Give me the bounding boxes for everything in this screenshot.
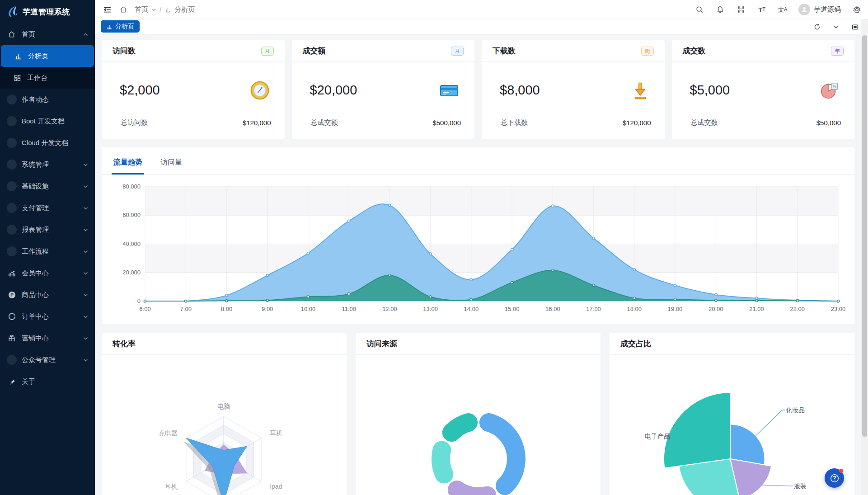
main-area: 首页 / 分析页 TT 文A 芋道源码 — [95, 0, 868, 495]
stat-footer-label: 总下载数 — [501, 118, 528, 127]
sidebar-item-系统管理[interactable]: 系统管理 — [0, 154, 95, 175]
scrollbar-thumb[interactable] — [862, 35, 867, 437]
stat-card-value: $5,000 — [690, 83, 730, 98]
stat-footer-label: 总成交数 — [691, 118, 718, 127]
svg-text:22:00: 22:00 — [790, 306, 805, 312]
svg-text:耳机: 耳机 — [165, 483, 178, 490]
bell-icon[interactable] — [715, 5, 725, 14]
refresh-icon[interactable] — [813, 23, 821, 31]
svg-text:16:00: 16:00 — [545, 306, 560, 312]
svg-text:60,000: 60,000 — [122, 212, 141, 218]
sidebar-item-Cloud 开发文档[interactable]: Cloud 开发文档 — [0, 132, 95, 154]
sidebar-item-商品中心[interactable]: P商品中心 — [0, 284, 95, 306]
maximize-icon[interactable] — [851, 23, 859, 31]
svg-text:19:00: 19:00 — [668, 306, 683, 312]
page-scrollbar[interactable] — [861, 19, 868, 495]
sidebar-item-订单中心[interactable]: 订单中心 — [0, 306, 95, 327]
sidebar-item-基础设施[interactable]: 基础设施 — [0, 175, 95, 197]
grid-icon — [12, 72, 23, 83]
sidebar-item-Boot 开发文档[interactable]: Boot 开发文档 — [0, 110, 95, 132]
svg-text:10:00: 10:00 — [301, 306, 316, 312]
stat-card-title: 访问数 — [113, 46, 136, 56]
svg-text:耳机: 耳机 — [270, 429, 282, 437]
sidebar-item-label: 系统管理 — [22, 160, 82, 169]
svg-text:11:00: 11:00 — [342, 306, 356, 312]
stat-card-header: 成交数年 — [672, 40, 855, 62]
sidebar-item-label: 关于 — [22, 377, 89, 386]
app-title: 芋道管理系统 — [23, 7, 70, 17]
sidebar-item-label: Boot 开发文档 — [22, 117, 89, 126]
user-menu[interactable]: 芋道源码 — [798, 4, 841, 15]
dim-dot — [6, 354, 17, 365]
stat-card-成交数: 成交数年$5,000%总成交数$50,000 — [672, 40, 855, 139]
stat-card-下载数: 下载数周$8,000总下载数$120,000 — [482, 40, 665, 139]
stat-card-badge: 月 — [451, 47, 464, 56]
sidebar-item-报表管理[interactable]: 报表管理 — [0, 219, 95, 240]
conversion-radar-chart: 电脑耳机Ipad手机耳机充电器 — [102, 355, 347, 495]
sidebar-item-支付管理[interactable]: 支付管理 — [0, 197, 95, 219]
svg-text:6:00: 6:00 — [139, 306, 150, 312]
stat-card-value: $8,000 — [500, 83, 540, 98]
sidebar-item-分析页[interactable]: 分析页 — [1, 45, 94, 67]
tab-analysis-page[interactable]: 分析页 — [101, 20, 140, 33]
sidebar-item-label: 支付管理 — [22, 204, 82, 212]
sidebar-item-工作台[interactable]: 工作台 — [0, 67, 95, 89]
sidebar-item-关于[interactable]: 关于 — [0, 371, 95, 392]
sidebar-menu: 首页分析页工作台作者动态Boot 开发文档Cloud 开发文档系统管理基础设施支… — [0, 24, 95, 392]
chevron-down-icon[interactable] — [832, 23, 840, 31]
dim-dot — [6, 246, 17, 257]
sidebar: 芋道管理系统 首页分析页工作台作者动态Boot 开发文档Cloud 开发文档系统… — [0, 0, 95, 495]
expand-icon[interactable] — [736, 5, 746, 14]
stat-card-body: $2,000 — [102, 62, 285, 118]
sidebar-item-营销中心[interactable]: 营销中心 — [0, 327, 95, 349]
sidebar-item-作者动态[interactable]: 作者动态 — [0, 89, 95, 110]
help-button[interactable] — [825, 468, 844, 488]
chevron-down-icon — [82, 335, 89, 341]
locale-icon[interactable]: 文A — [778, 5, 788, 14]
settings-icon[interactable] — [852, 5, 862, 14]
trend-tabs: 流量趋势 访问量 — [102, 147, 854, 175]
sidebar-item-首页[interactable]: 首页 — [0, 24, 95, 45]
home-icon — [6, 29, 17, 40]
sidebar-item-label: 首页 — [22, 30, 82, 39]
svg-text:20,000: 20,000 — [122, 269, 141, 276]
sidebar-item-label: 会员中心 — [22, 269, 82, 278]
sidebar-item-公众号管理[interactable]: 公众号管理 — [0, 349, 95, 371]
dolphin-logo-icon — [5, 5, 19, 19]
svg-text:40,000: 40,000 — [122, 240, 141, 247]
svg-text:P: P — [10, 292, 14, 297]
bar-chart-icon — [106, 24, 113, 30]
sidebar-item-label: 分析页 — [28, 52, 88, 61]
download-icon — [630, 80, 650, 101]
content-area: 访问数月$2,000总访问数$120,000成交额月$20,000总成交额$50… — [95, 35, 861, 495]
stat-footer-value: $120,000 — [623, 119, 651, 127]
question-icon — [829, 473, 840, 484]
sidebar-item-会员中心[interactable]: 会员中心 — [0, 262, 95, 284]
stat-footer-label: 总成交额 — [311, 118, 338, 127]
breadcrumb-page[interactable]: 分析页 — [174, 5, 195, 14]
menu-fold-icon[interactable] — [102, 5, 112, 14]
stat-footer-value: $50,000 — [816, 119, 841, 127]
tab-visits[interactable]: 访问量 — [160, 158, 182, 174]
font-size-icon[interactable]: TT — [757, 5, 767, 14]
chevron-down-icon — [151, 7, 156, 12]
stat-footer-value: $500,000 — [432, 119, 461, 127]
order-icon — [6, 311, 17, 322]
pie-chart-icon: % — [819, 80, 840, 101]
chevron-down-icon — [82, 184, 89, 189]
sidebar-item-工作流程[interactable]: 工作流程 — [0, 240, 95, 262]
member-icon — [6, 268, 17, 278]
traffic-trend-card: 流量趋势 访问量 020,00040,00060,00080,0006:007:… — [102, 147, 854, 324]
search-icon[interactable] — [694, 5, 704, 14]
card-title: 成交占比 — [620, 339, 651, 349]
svg-text:12:00: 12:00 — [382, 306, 397, 312]
svg-text:电脑: 电脑 — [217, 403, 230, 410]
svg-text:23:00: 23:00 — [831, 306, 846, 312]
breadcrumb-home[interactable]: 首页 — [135, 5, 148, 14]
app-logo[interactable]: 芋道管理系统 — [0, 0, 95, 24]
home-icon[interactable] — [118, 5, 128, 14]
tab-traffic-trend[interactable]: 流量趋势 — [113, 158, 142, 174]
bar-chart-icon — [13, 51, 23, 61]
stat-cards-row: 访问数月$2,000总访问数$120,000成交额月$20,000总成交额$50… — [102, 40, 854, 139]
stat-card-header: 访问数月 — [102, 40, 285, 62]
